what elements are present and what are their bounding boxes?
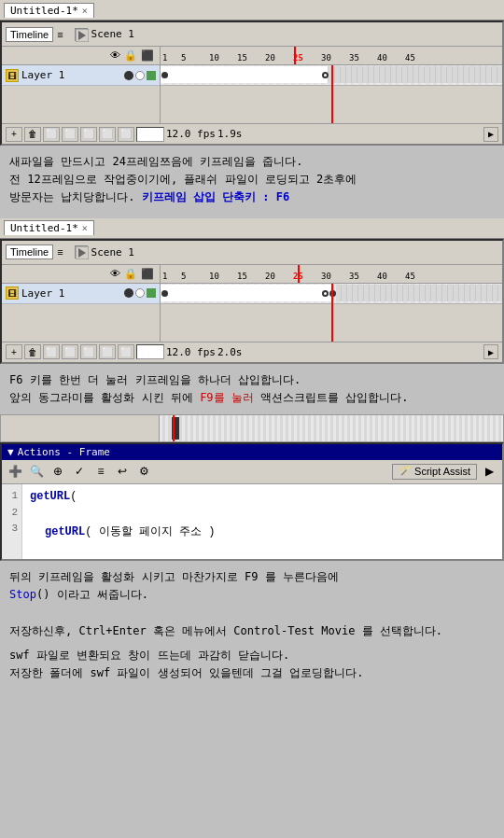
tl-btn-icons-5[interactable]: ⬜ xyxy=(118,127,134,142)
title-tab-2-label: Untitled-1* xyxy=(10,222,78,234)
tl-btn-icons-3[interactable]: ⬜ xyxy=(80,127,97,142)
playhead-full-2 xyxy=(331,284,333,342)
act-debug-btn[interactable]: ⚙ xyxy=(134,462,153,481)
frame-end-dot-1 xyxy=(322,72,329,78)
tl-btn-icons-1[interactable]: ⬜ xyxy=(43,127,60,142)
layer-film-icon-1: 🎞 xyxy=(6,69,19,82)
mini-playhead xyxy=(173,415,175,441)
close-icon-1[interactable]: × xyxy=(82,6,88,16)
tl-btn-b2[interactable]: ⬜ xyxy=(62,344,78,359)
tl-layer-area-1: 🎞 Layer 1 xyxy=(2,65,502,123)
tl-ruler-1: 1 5 10 15 20 25 30 35 40 45 xyxy=(161,47,502,64)
text2-line1: F6 키를 한번 더 눌러 키프레임을 하나더 삽입합니다. xyxy=(9,371,495,389)
lock-icon-1[interactable]: 🔒 xyxy=(124,49,137,62)
act-target-btn[interactable]: ⊕ xyxy=(49,462,67,481)
line-num-2: 2 xyxy=(6,505,18,522)
time-label-1: 1.9s xyxy=(217,128,243,140)
timeline-tab-1[interactable]: Timeline xyxy=(6,27,53,42)
title-tab-2[interactable]: Untitled-1* × xyxy=(4,220,94,235)
frame-input-2[interactable]: 25 xyxy=(136,344,164,359)
del-layer-btn-2[interactable]: 🗑 xyxy=(24,344,41,359)
timeline-tab-2[interactable]: Timeline xyxy=(6,244,53,259)
code-line-1: getURL( xyxy=(30,488,495,506)
tl-btn-icons-2[interactable]: ⬜ xyxy=(62,127,78,142)
frame-icon-2[interactable]: ⬛ xyxy=(141,268,154,280)
layer-row-2[interactable]: 🎞 Layer 1 xyxy=(2,284,160,304)
ruler2-mark-5: 5 xyxy=(181,272,186,281)
ruler-mark-35: 35 xyxy=(349,53,359,63)
code-line-2 xyxy=(30,506,495,524)
frame-input-1[interactable]: 24 xyxy=(136,127,164,142)
ruler2-mark-15: 15 xyxy=(237,272,247,281)
scroll-right-2[interactable]: ▶ xyxy=(483,344,498,359)
scroll-right-1[interactable]: ▶ xyxy=(483,127,498,142)
text3-suffix: () 이라고 써줍니다. xyxy=(36,588,148,601)
playhead-top-2 xyxy=(298,265,300,283)
fps-label-1: 12.0 fps xyxy=(166,128,216,140)
ruler-mark-1: 1 xyxy=(162,53,167,63)
text3-line1: 뒤의 키프레임을 활성화 시키고 마찬가지로 F9 를 누른다음에 xyxy=(9,568,495,586)
mini-tl-left xyxy=(1,415,160,441)
act-list-btn[interactable]: ≡ xyxy=(91,462,110,481)
ruler-mark-15: 15 xyxy=(237,53,247,63)
title-tab-1[interactable]: Untitled-1* × xyxy=(4,3,94,18)
line-num-1: 1 xyxy=(6,488,18,505)
layer-dot-2 xyxy=(135,71,145,80)
frame-cells-white-1 xyxy=(161,66,329,83)
act-wrap-btn[interactable]: ↩ xyxy=(113,462,132,481)
layer-empty-area-1 xyxy=(2,86,160,123)
tl-btn-icons-4[interactable]: ⬜ xyxy=(99,127,116,142)
tl-menu-btn-1[interactable]: ≡ xyxy=(53,27,66,42)
geturl-paren-2: ( 이동할 페이지 주소 ) xyxy=(85,525,215,538)
tl-btn-b4[interactable]: ⬜ xyxy=(99,344,116,359)
text1-line3: 방문자는 납치당합니다. 키프레임 삽입 단축키 : F6 xyxy=(9,189,495,206)
act-check-btn[interactable]: ✓ xyxy=(70,462,89,481)
add-layer-btn-2[interactable]: + xyxy=(6,344,22,359)
layer-empty-area-2 xyxy=(2,304,160,342)
del-layer-btn-1[interactable]: 🗑 xyxy=(24,127,41,142)
script-assist-btn[interactable]: 🪄 Script Assist xyxy=(392,464,477,480)
lock-icon-2[interactable]: 🔒 xyxy=(124,268,137,280)
layer-row-1[interactable]: 🎞 Layer 1 xyxy=(2,65,160,86)
act-search-btn[interactable]: 🔍 xyxy=(27,462,46,481)
tl-toolbar-1: Timeline ≡ Scene 1 xyxy=(2,22,502,47)
title-bar-2: Untitled-1* × xyxy=(0,218,504,239)
code-area[interactable]: getURL( getURL( 이동할 페이지 주소 ) xyxy=(22,484,502,559)
add-layer-btn-1[interactable]: + xyxy=(6,127,22,142)
tl-bottom-2: + 🗑 ⬜ ⬜ ⬜ ⬜ ⬜ 25 12.0 fps 2.0s ▶ xyxy=(2,342,502,362)
fps-label-2: 12.0 fps xyxy=(166,346,216,358)
text2-f9-highlight: F9를 눌러 xyxy=(200,391,254,404)
tl-btn-b5[interactable]: ⬜ xyxy=(118,344,134,359)
frame-key-24 xyxy=(322,290,329,297)
layer-square-2 xyxy=(147,288,156,298)
frame-cells-white-2 xyxy=(161,285,334,301)
ruler2-mark-20: 20 xyxy=(265,272,275,281)
frame-icon-1[interactable]: ⬛ xyxy=(141,49,154,62)
tl-btn-b3[interactable]: ⬜ xyxy=(80,344,97,359)
ruler2-mark-30: 30 xyxy=(321,272,331,281)
playhead-full-1 xyxy=(331,65,333,123)
text-content-3: 뒤의 키프레임을 활성화 시키고 마찬가지로 F9 를 누른다음에 Stop()… xyxy=(0,561,504,611)
actions-arrow-icon: ▼ xyxy=(7,446,14,458)
tl-btn-b1[interactable]: ⬜ xyxy=(43,344,60,359)
scene-icon-2 xyxy=(75,245,88,258)
frame-start-dot-2 xyxy=(161,290,168,297)
line-numbers: 1 2 3 xyxy=(2,484,22,559)
time-label-2: 2.0s xyxy=(217,346,243,358)
text2-line2: 앞의 동그라미를 활성화 시킨 뒤에 F9를 눌러 액션스크립트를 삽입합니다. xyxy=(9,389,495,407)
act-expand-btn[interactable]: ▶ xyxy=(480,462,498,481)
text4-line3: 저장한 폴더에 swf 파일이 생성되어 있을텐데 그걸 업로딩합니다. xyxy=(9,664,495,682)
eye-icon-1[interactable]: 👁 xyxy=(110,49,120,62)
ruler-mark-10: 10 xyxy=(209,53,219,63)
tl-menu-btn-2[interactable]: ≡ xyxy=(53,244,66,259)
wand-icon: 🪄 xyxy=(399,466,412,478)
playhead-top-1 xyxy=(294,47,296,64)
scene-label-2: Scene 1 xyxy=(75,245,134,258)
stop-highlight: Stop xyxy=(9,588,36,601)
layer-film-icon-2: 🎞 xyxy=(6,286,19,300)
close-icon-2[interactable]: × xyxy=(82,223,88,233)
eye-icon-2[interactable]: 👁 xyxy=(110,268,120,280)
layer-controls-1 xyxy=(124,71,156,80)
act-add-btn[interactable]: ➕ xyxy=(6,462,24,481)
tl-layer-area-2: 🎞 Layer 1 xyxy=(2,284,502,342)
